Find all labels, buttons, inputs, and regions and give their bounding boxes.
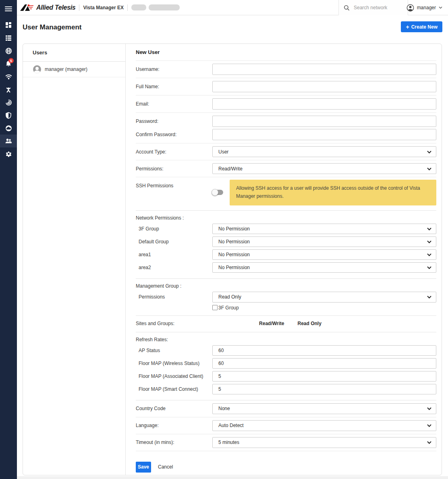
sidebar-item-network-map[interactable]	[0, 44, 17, 57]
permissions-select[interactable]: Read/Write	[212, 163, 436, 174]
refresh-rate-row: Floor MAP (Smart Connect)	[136, 384, 436, 394]
users-panel: Users manager (manager)	[23, 44, 126, 475]
menu-toggle-button[interactable]	[0, 0, 17, 18]
header-divider	[127, 4, 128, 11]
sidebar-item-dashboard[interactable]	[0, 19, 17, 31]
account-menu[interactable]: manager	[402, 0, 448, 15]
shield-icon	[5, 112, 12, 119]
management-permissions-label: Permissions	[136, 294, 212, 300]
account-type-row: Account Type: User	[136, 143, 436, 160]
email-label: Email:	[136, 101, 212, 107]
timeout-select[interactable]: 5 minutes	[212, 437, 436, 448]
main-content: User Management + Create New Users manag…	[17, 15, 448, 479]
chevron-down-icon	[427, 424, 431, 427]
product-name: Vista Manager EX	[83, 5, 124, 10]
language-select[interactable]: Auto Detect	[212, 420, 436, 431]
network-group-select[interactable]: No Permission	[212, 224, 436, 234]
password-input[interactable]	[212, 116, 436, 127]
account-type-label: Account Type:	[136, 149, 212, 155]
permissions-label: Permissions:	[136, 166, 212, 172]
sidebar-item-security[interactable]	[0, 109, 17, 122]
chevron-down-icon	[427, 266, 431, 269]
management-permissions-row: Permissions Read Only	[136, 292, 436, 303]
sidebar-item-cloud[interactable]	[0, 122, 17, 135]
network-permissions-section: Network Permissions : 3F Group No Permis…	[136, 211, 436, 279]
network-search	[338, 0, 408, 15]
floormap-wireless-input[interactable]	[212, 358, 436, 369]
username-row: Username:	[136, 61, 436, 78]
top-header: Allied Telesis Vista Manager EX manager	[17, 0, 448, 15]
network-group-value: No Permission	[218, 226, 250, 232]
permissions-row: Permissions: Read/Write	[136, 160, 436, 177]
management-permissions-select[interactable]: Read Only	[212, 292, 436, 303]
email-input[interactable]	[212, 98, 436, 110]
country-code-select[interactable]: None	[212, 403, 436, 414]
sidebar: 5	[0, 0, 17, 479]
management-group-checkbox-row: 3F Group	[136, 305, 436, 311]
sidebar-item-asset-management[interactable]	[0, 31, 17, 44]
sites-read-only-header: Read Only	[298, 321, 321, 326]
sidebar-item-events[interactable]: 5	[0, 57, 17, 70]
refresh-rates-label: Refresh Rates:	[136, 332, 436, 345]
account-name: manager	[417, 5, 436, 10]
network-group-row: area2 No Permission	[136, 262, 436, 273]
create-new-label: Create New	[411, 24, 438, 30]
group-checkbox[interactable]	[212, 305, 218, 310]
dashboard-icon	[5, 22, 12, 28]
username-input[interactable]	[212, 64, 436, 75]
globe-icon	[5, 48, 12, 54]
group-checkbox-label: 3F Group	[218, 305, 239, 311]
sidebar-item-network-services[interactable]	[0, 83, 17, 96]
save-button[interactable]: Save	[136, 462, 151, 473]
chevron-down-icon	[427, 151, 431, 153]
user-avatar	[33, 65, 41, 73]
fullname-label: Full Name:	[136, 84, 212, 89]
redacted-text	[131, 4, 146, 10]
network-group-select[interactable]: No Permission	[212, 262, 436, 273]
sites-read-write-header: Read/Write	[259, 321, 284, 326]
network-group-value: No Permission	[218, 265, 250, 270]
cancel-button[interactable]: Cancel	[158, 464, 173, 470]
network-group-row: Default Group No Permission	[136, 236, 436, 247]
network-group-label: 3F Group	[136, 226, 212, 232]
chevron-down-icon	[427, 296, 431, 299]
create-new-button[interactable]: + Create New	[401, 21, 442, 32]
ap-status-input[interactable]	[212, 345, 436, 356]
chevron-down-icon	[439, 6, 442, 9]
chevron-down-icon	[427, 441, 431, 444]
sidebar-item-wireless[interactable]	[0, 70, 17, 83]
user-list-item-label: manager (manager)	[45, 66, 87, 72]
sidebar-item-settings[interactable]	[0, 147, 17, 160]
country-code-value: None	[218, 406, 230, 411]
fullname-input[interactable]	[212, 81, 436, 92]
network-permissions-label: Network Permissions :	[136, 211, 436, 224]
account-type-select[interactable]: User	[212, 146, 436, 157]
sidebar-item-user-management[interactable]	[0, 135, 17, 147]
floormap-client-input[interactable]	[212, 371, 436, 382]
ssh-toggle[interactable]	[212, 190, 223, 195]
refresh-rates-section: Refresh Rates: AP Status Floor MAP (Wire…	[136, 332, 436, 400]
password-label: Password:	[136, 118, 212, 124]
network-group-label: Default Group	[136, 239, 212, 245]
user-list-item[interactable]: manager (manager)	[23, 62, 125, 77]
users-icon	[5, 138, 12, 144]
management-permissions-value: Read Only	[218, 294, 241, 300]
plus-icon: +	[406, 24, 409, 30]
language-row: Language: Auto Detect	[136, 417, 436, 434]
sidebar-item-sdwan[interactable]	[0, 96, 17, 109]
new-user-form: New User Username: Full Name: Email: Pas…	[126, 44, 442, 475]
floormap-smartconnect-input[interactable]	[212, 384, 436, 394]
cloud-icon	[5, 125, 12, 132]
search-input[interactable]	[354, 5, 402, 10]
network-group-select[interactable]: No Permission	[212, 236, 436, 247]
network-group-select[interactable]: No Permission	[212, 249, 436, 260]
form-title: New User	[136, 44, 436, 61]
chevron-down-icon	[427, 407, 431, 410]
confirm-password-input[interactable]	[212, 129, 436, 140]
wifi-icon	[5, 73, 12, 80]
person-node-icon	[5, 86, 12, 93]
language-value: Auto Detect	[218, 423, 244, 428]
header-divider	[79, 4, 79, 11]
chevron-down-icon	[427, 253, 431, 256]
allied-telesis-logo-icon	[20, 4, 34, 12]
